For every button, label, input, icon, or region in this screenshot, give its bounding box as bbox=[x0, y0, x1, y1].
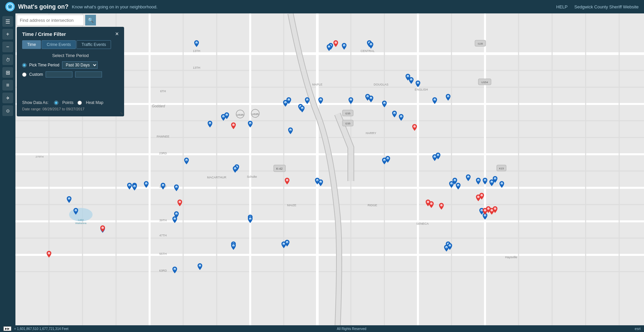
map-marker[interactable]: ! bbox=[429, 201, 434, 207]
history-button[interactable]: ⏱ bbox=[2, 54, 13, 65]
map-marker[interactable]: ● bbox=[456, 183, 461, 189]
points-radio[interactable] bbox=[54, 101, 58, 105]
svg-text:●: ● bbox=[162, 184, 163, 186]
map-marker[interactable]: ● bbox=[285, 240, 289, 246]
help-link[interactable]: HELP bbox=[556, 4, 568, 9]
location-button[interactable]: ⊙ bbox=[2, 105, 13, 116]
map-marker[interactable]: ● bbox=[208, 121, 212, 127]
map-marker[interactable]: ● bbox=[73, 208, 78, 214]
svg-text:●: ● bbox=[234, 168, 235, 170]
map-marker[interactable]: ! bbox=[285, 178, 289, 184]
zoom-out-button[interactable]: − bbox=[2, 42, 13, 52]
map-marker[interactable]: ! bbox=[231, 122, 236, 128]
header-right: HELP Sedgwick County Sheriff Website bbox=[556, 4, 639, 9]
map-marker[interactable]: ● bbox=[409, 77, 414, 83]
map-marker[interactable]: ● bbox=[382, 101, 387, 107]
svg-text:!: ! bbox=[179, 201, 180, 203]
expand-button[interactable]: ▶▶ bbox=[3, 326, 11, 331]
map-marker[interactable]: ● bbox=[172, 267, 177, 273]
map-marker[interactable]: ● bbox=[224, 112, 229, 118]
svg-text:●: ● bbox=[437, 154, 438, 156]
map-marker[interactable]: ! bbox=[100, 225, 105, 231]
tab-crime-events[interactable]: Crime Events bbox=[42, 40, 76, 49]
map-marker[interactable]: ! bbox=[412, 124, 417, 130]
filter-close-button[interactable]: × bbox=[115, 31, 119, 37]
map-marker[interactable]: ! bbox=[333, 40, 338, 46]
svg-text:!: ! bbox=[485, 210, 485, 212]
time-period-select[interactable]: Past 30 Days Past 7 Days Past 90 Days bbox=[62, 61, 98, 69]
tab-time[interactable]: Time bbox=[22, 40, 41, 49]
map-marker[interactable]: ● bbox=[184, 158, 189, 164]
map-marker[interactable]: ● bbox=[231, 243, 236, 249]
svg-text:!: ! bbox=[428, 201, 428, 203]
map-marker[interactable]: ● bbox=[348, 97, 353, 103]
custom-radio[interactable] bbox=[22, 72, 26, 77]
map-marker[interactable]: ● bbox=[416, 80, 420, 87]
map-marker[interactable]: ● bbox=[499, 181, 504, 187]
navigate-button[interactable]: ✈ bbox=[2, 93, 13, 103]
map-marker[interactable]: ● bbox=[342, 43, 346, 49]
map-marker[interactable]: ● bbox=[369, 96, 373, 102]
map-marker[interactable]: ● bbox=[67, 196, 71, 202]
svg-text:●: ● bbox=[370, 44, 371, 46]
map-marker[interactable]: ● bbox=[446, 94, 450, 100]
map-marker[interactable]: ● bbox=[174, 211, 179, 217]
map-marker[interactable]: ● bbox=[318, 97, 323, 103]
map-marker[interactable]: ● bbox=[248, 216, 253, 222]
map-marker[interactable]: ● bbox=[327, 44, 331, 50]
map-marker[interactable]: ● bbox=[444, 245, 449, 251]
menu-button[interactable]: ☰ bbox=[2, 16, 13, 27]
map-marker[interactable]: ● bbox=[283, 100, 288, 106]
sheriff-link[interactable]: Sedgwick County Sheriff Website bbox=[574, 4, 639, 9]
svg-text:DOUGLAS: DOUGLAS bbox=[374, 83, 388, 86]
map-marker[interactable]: ● bbox=[369, 42, 373, 48]
svg-text:US54: US54 bbox=[481, 81, 488, 84]
map-marker[interactable]: ● bbox=[248, 121, 253, 127]
zoom-in-button[interactable]: + bbox=[2, 29, 13, 40]
svg-text:●: ● bbox=[146, 183, 147, 185]
search-button[interactable]: 🔍 bbox=[85, 15, 96, 25]
filter-resize-handle[interactable]: ⤡ bbox=[120, 111, 123, 115]
svg-text:●: ● bbox=[384, 102, 385, 104]
grid-button[interactable]: ⊞ bbox=[2, 67, 13, 78]
tab-traffic-events[interactable]: Traffic Events bbox=[76, 40, 111, 49]
map-marker[interactable]: ● bbox=[476, 178, 481, 184]
heat-map-radio[interactable] bbox=[77, 101, 82, 105]
map-marker[interactable]: ● bbox=[392, 111, 397, 117]
map-marker[interactable]: ! bbox=[177, 200, 182, 206]
map-marker[interactable]: ● bbox=[493, 176, 497, 182]
svg-text:!: ! bbox=[49, 253, 49, 255]
map-marker[interactable]: ● bbox=[127, 183, 132, 189]
svg-text:K-42: K-42 bbox=[276, 167, 282, 170]
map-marker[interactable]: ! bbox=[479, 193, 484, 199]
date-from-input[interactable]: 08/28/2017 bbox=[46, 71, 72, 77]
svg-text:!: ! bbox=[495, 208, 495, 210]
svg-text:US35: US35 bbox=[237, 113, 244, 116]
map-marker[interactable]: ● bbox=[305, 97, 310, 103]
map-marker[interactable]: ● bbox=[288, 127, 293, 133]
map-marker[interactable]: ● bbox=[436, 153, 440, 159]
pick-time-radio[interactable] bbox=[22, 63, 26, 67]
map-marker[interactable]: ! bbox=[47, 251, 51, 257]
map-marker[interactable]: ● bbox=[318, 179, 323, 185]
map-marker[interactable]: ● bbox=[466, 174, 471, 180]
map-marker[interactable]: ● bbox=[432, 97, 437, 103]
map-marker[interactable]: ! bbox=[439, 203, 444, 209]
date-to-input[interactable]: 09/27/2017 bbox=[75, 71, 102, 77]
map-marker[interactable]: ! bbox=[493, 206, 497, 212]
layers-button[interactable]: ≡ bbox=[2, 80, 13, 91]
map-marker[interactable]: ● bbox=[198, 263, 202, 269]
map-marker[interactable]: ● bbox=[132, 184, 137, 190]
svg-text:!: ! bbox=[441, 205, 441, 207]
map-marker[interactable]: ● bbox=[483, 178, 487, 184]
map-marker[interactable]: ● bbox=[385, 156, 390, 162]
map-marker[interactable]: ● bbox=[233, 166, 237, 172]
map-marker[interactable]: ● bbox=[144, 181, 149, 187]
map-marker[interactable]: ● bbox=[194, 40, 199, 46]
search-input[interactable] bbox=[17, 15, 84, 25]
map-marker[interactable]: ● bbox=[399, 114, 404, 120]
svg-text:US35: US35 bbox=[252, 113, 259, 116]
map-marker[interactable]: ● bbox=[300, 106, 305, 112]
map-marker[interactable]: ● bbox=[174, 184, 179, 190]
map-marker[interactable]: ● bbox=[161, 183, 165, 189]
